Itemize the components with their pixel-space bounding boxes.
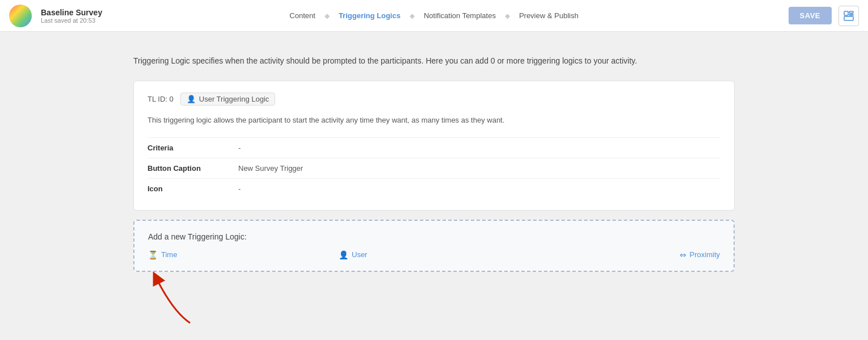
tl-id-badge: TL ID: 0 [148,95,174,103]
svg-rect-3 [844,16,853,20]
nav-preview-publish[interactable]: Preview & Publish [515,9,583,22]
svg-rect-2 [849,14,853,15]
icon-label: Icon [148,184,238,193]
criteria-value: - [238,144,241,152]
header-title-block: Baseline Survey Last saved at 20:53 [41,8,102,24]
add-logic-box: Add a new Triggering Logic: ⏳ Time 👤 Use… [133,220,735,272]
user-trigger-badge: 👤 User Triggering Logic [180,93,276,106]
icon-row: Icon - [148,178,720,199]
criteria-row: Criteria - [148,137,720,158]
user-icon: 👤 [187,95,196,103]
nav-content[interactable]: Content [285,9,320,22]
card-fields: Criteria - Button Caption New Survey Tri… [148,137,720,199]
survey-title: Baseline Survey [41,8,102,17]
icon-value: - [238,184,241,193]
user-label: User [352,250,367,259]
header-right: SAVE [789,6,859,26]
svg-rect-1 [849,11,853,13]
user-option[interactable]: 👤 User [339,250,529,259]
nav-sep-1: ◆ [325,12,330,20]
nav-triggering-logics[interactable]: Triggering Logics [334,9,405,22]
annotation-arrow [139,266,207,329]
user-add-icon: 👤 [339,250,348,259]
criteria-label: Criteria [148,144,238,152]
proximity-option[interactable]: ⇔ Proximity [529,250,720,259]
logic-card: TL ID: 0 👤 User Triggering Logic This tr… [133,81,735,211]
layout-icon [844,11,854,21]
button-caption-label: Button Caption [148,164,238,173]
nav-notification-templates[interactable]: Notification Templates [419,9,500,22]
card-header: TL ID: 0 👤 User Triggering Logic [148,93,720,106]
add-logic-title: Add a new Triggering Logic: [148,232,720,241]
time-icon: ⏳ [148,250,158,259]
time-option[interactable]: ⏳ Time [148,250,339,259]
proximity-icon: ⇔ [680,250,686,259]
nav-sep-3: ◆ [505,12,510,20]
page-description: Triggering Logic specifies when the acti… [133,54,735,67]
svg-rect-0 [844,11,848,15]
header: Baseline Survey Last saved at 20:53 Cont… [0,0,868,32]
button-caption-row: Button Caption New Survey Trigger [148,158,720,178]
save-button[interactable]: SAVE [789,7,832,24]
main-nav: Content ◆ Triggering Logics ◆ Notificati… [285,9,583,22]
badge-label: User Triggering Logic [199,95,269,103]
add-logic-container: Add a new Triggering Logic: ⏳ Time 👤 Use… [133,220,735,272]
app-logo [9,5,32,27]
main-content: Triggering Logic specifies when the acti… [122,32,746,295]
button-caption-value: New Survey Trigger [238,164,303,173]
card-description: This triggering logic allows the partici… [148,115,720,126]
time-label: Time [161,250,177,259]
layout-icon-button[interactable] [838,6,859,26]
last-saved: Last saved at 20:53 [41,17,102,24]
proximity-label: Proximity [690,250,720,259]
trigger-options: ⏳ Time 👤 User ⇔ Proximity [148,250,720,259]
nav-sep-2: ◆ [410,12,415,20]
